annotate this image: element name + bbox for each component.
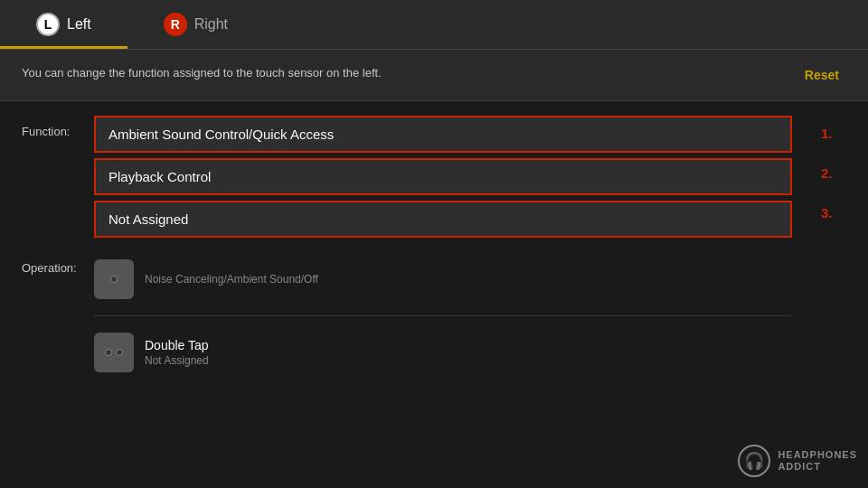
single-tap-info: Noise Canceling/Ambient Sound/Off [145,273,792,286]
double-dots [105,349,123,356]
option-not-assigned[interactable]: Not Assigned [94,201,792,238]
operation-row: Operation: Noise Canceling/Ambient Sound… [22,252,792,380]
left-panel: Function: Ambient Sound Control/Quick Ac… [0,101,814,488]
double-tap-row: Double Tap Not Assigned [94,325,792,380]
double-tap-info: Double Tap Not Assigned [145,338,792,367]
single-tap-icon [94,259,134,299]
dot-1 [105,349,112,356]
single-dot [110,276,118,283]
double-tap-title: Double Tap [145,338,792,352]
tab-bar: L Left R Right [0,0,868,50]
left-tab-label: Left [67,16,91,33]
option-playback[interactable]: Playback Control [94,158,792,195]
watermark-text: HEADPHONES ADDICT [778,449,857,473]
number-1: 1. [821,116,861,150]
main-content: Function: Ambient Sound Control/Quick Ac… [0,101,868,488]
double-tap-icon [94,333,134,372]
tab-left[interactable]: L Left [0,0,127,49]
number-3: 3. [821,195,861,230]
right-tab-icon: R [164,13,187,36]
tab-right[interactable]: R Right [127,0,264,49]
watermark-line2: ADDICT [778,461,857,473]
number-2: 2. [821,155,861,190]
operation-label: Operation: [22,252,94,275]
right-tab-label: Right [194,16,228,33]
options-list: Ambient Sound Control/Quick Access Playb… [94,116,792,238]
dot-2 [116,349,123,356]
headphones-icon: 🎧 [738,445,770,477]
watermark-line1: HEADPHONES [778,449,857,461]
option-ambient[interactable]: Ambient Sound Control/Quick Access [94,116,792,153]
left-tab-icon: L [36,13,60,36]
single-tap-row: Noise Canceling/Ambient Sound/Off [94,252,792,306]
function-row: Function: Ambient Sound Control/Quick Ac… [22,116,792,238]
number-labels: 1. 2. 3. [821,116,861,230]
operation-items: Noise Canceling/Ambient Sound/Off Double… [94,252,792,380]
right-number-panel: 1. 2. 3. [814,101,868,488]
single-tap-subtitle: Noise Canceling/Ambient Sound/Off [145,273,792,286]
watermark: 🎧 HEADPHONES ADDICT [738,445,857,477]
info-text: You can change the function assigned to … [22,64,382,82]
info-banner: You can change the function assigned to … [0,50,868,101]
double-tap-subtitle: Not Assigned [145,354,792,367]
function-label: Function: [22,116,94,138]
reset-button[interactable]: Reset [797,64,846,86]
divider [94,315,792,316]
